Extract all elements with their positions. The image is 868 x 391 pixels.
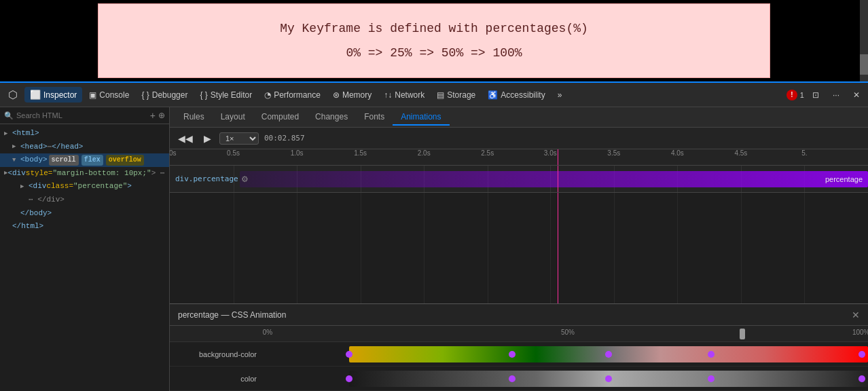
pick-element-button[interactable]: ⊕ <box>158 111 165 120</box>
sub-tabs: Rules Layout Computed Changes Fonts Anim… <box>170 107 868 128</box>
color-dot-1[interactable] <box>509 375 516 382</box>
tree-node-html-close[interactable]: </html> <box>0 220 169 234</box>
bg-color-dot-3[interactable] <box>708 351 715 358</box>
options-button[interactable]: ··· <box>827 88 845 103</box>
animation-bar[interactable]: percentage <box>240 171 868 187</box>
tree-node-html[interactable]: ▶ <html> <box>0 127 169 141</box>
play-button[interactable]: ▶ <box>201 132 214 145</box>
tree-node-div1[interactable]: ▶ <div style= "margin-bottom: 10px;" > ⋯… <box>0 167 169 181</box>
ruler-05s: 0.5s <box>227 149 240 157</box>
timeline-ruler: 0.0s 0.5s 1.0s 1.5s 2.0s 2.5s 3.0s 3.5s … <box>170 149 868 165</box>
tab-layout[interactable]: Layout <box>213 109 253 126</box>
pick-button[interactable]: ⬡ <box>3 86 23 104</box>
console-icon: ▣ <box>89 90 96 100</box>
tree-node-head[interactable]: ▶ <head> ⋯ </head> <box>0 141 169 154</box>
detail-panel: percentage — CSS Animation ✕ 0% 50% 100%… <box>170 303 868 391</box>
ruler-25s: 2.5s <box>481 149 494 157</box>
track-element-label: div.percentage ⚙ <box>175 174 249 184</box>
gear-icon[interactable]: ⚙ <box>241 174 249 184</box>
tab-style-editor[interactable]: { } Style Editor <box>194 88 257 103</box>
play-icon: ▶ <box>204 133 211 144</box>
badge-scroll[interactable]: scroll <box>49 155 79 166</box>
tree-node-body[interactable]: ▼ <body> scroll flex overflow <box>0 153 169 167</box>
bg-color-dot-1[interactable] <box>509 351 516 358</box>
tab-changes[interactable]: Changes <box>307 109 356 126</box>
color-dot-2[interactable] <box>605 375 612 382</box>
tree-toggle-html[interactable]: ▶ <box>4 129 12 138</box>
kf-ruler-100: 100% <box>852 329 868 336</box>
bg-color-dot-2[interactable] <box>605 351 612 358</box>
track-element-row: div.percentage ⚙ percentage <box>170 166 868 193</box>
timeline-cursor <box>558 166 558 192</box>
more-tools-icon: » <box>558 90 562 100</box>
tab-debugger[interactable]: { } Debugger <box>136 88 193 103</box>
storage-icon: ▤ <box>437 90 444 100</box>
tab-rules[interactable]: Rules <box>175 109 213 126</box>
tree-toggle-head[interactable]: ▶ <box>12 142 20 151</box>
network-icon: ↑↓ <box>384 90 392 100</box>
timeline-ruler-container: 0.0s 0.5s 1.0s 1.5s 2.0s 2.5s 3.0s 3.5s … <box>170 149 868 166</box>
tab-memory[interactable]: ⊛ Memory <box>327 88 377 103</box>
toolbar-right: ! 1 ⊡ ··· ✕ <box>786 88 865 103</box>
tree-node-div2[interactable]: ▶ <div class= "percentage" > <box>0 180 169 193</box>
close-detail-button[interactable]: ✕ <box>852 310 860 320</box>
search-html-input[interactable] <box>16 111 147 119</box>
tab-fonts[interactable]: Fonts <box>356 109 393 126</box>
tree-node-body-close[interactable]: </body> <box>0 207 169 221</box>
ruler-15s: 1.5s <box>354 149 367 157</box>
prop-row-color: color <box>170 367 868 391</box>
track-bar-area: div.percentage ⚙ percentage <box>170 166 868 192</box>
preview-content: My Keyframe is defined with percentages(… <box>98 3 770 78</box>
error-count: 1 <box>800 91 804 99</box>
keyframe-scrubber[interactable] <box>740 329 745 339</box>
tab-accessibility[interactable]: ♿ Accessibility <box>482 88 550 103</box>
tab-network[interactable]: ↑↓ Network <box>378 88 430 103</box>
html-tree: ▶ <html> ▶ <head> ⋯ </head> ▼ <body> scr… <box>0 124 169 391</box>
responsive-icon: ⊡ <box>812 90 819 100</box>
speed-select[interactable]: 1× 0.25× 0.5× 2× <box>219 132 259 145</box>
badge-overflow[interactable]: overflow <box>106 155 144 166</box>
close-devtools-button[interactable]: ✕ <box>848 88 865 103</box>
badge-flex[interactable]: flex <box>82 155 103 166</box>
inspector-icon: ⬜ <box>30 90 41 100</box>
animation-name-label: percentage <box>825 175 863 183</box>
timeline-area: 0.0s 0.5s 1.0s 1.5s 2.0s 2.5s 3.0s 3.5s … <box>170 149 868 391</box>
ruler-5s: 5. <box>801 149 807 157</box>
tab-storage[interactable]: ▤ Storage <box>431 88 481 103</box>
preview-scrollbar[interactable] <box>860 0 868 81</box>
performance-icon: ◔ <box>264 90 271 100</box>
detail-title: percentage — CSS Animation <box>178 310 286 320</box>
main-layout: 🔍 + ⊕ ▶ <html> ▶ <head> ⋯ </head> ▼ <box>0 107 868 391</box>
timeline-cursor-ruler <box>558 149 558 165</box>
preview-line1: My Keyframe is defined with percentages(… <box>280 16 588 41</box>
more-tools-button[interactable]: » <box>552 88 568 103</box>
tab-console[interactable]: ▣ Console <box>84 88 134 103</box>
bg-color-dot-0[interactable] <box>346 351 352 358</box>
tab-inspector[interactable]: ⬜ Inspector <box>24 87 82 103</box>
add-node-button[interactable]: + <box>150 110 156 121</box>
tree-toggle-body[interactable]: ▼ <box>12 155 20 165</box>
ruler-45s: 4.5s <box>734 149 747 157</box>
tab-animations[interactable]: Animations <box>393 109 449 126</box>
bg-color-dot-4[interactable] <box>858 351 865 358</box>
anim-controls: ◀◀ ▶ 1× 0.25× 0.5× 2× 00:02.857 <box>170 128 868 149</box>
tab-performance[interactable]: ◔ Performance <box>259 88 326 103</box>
timeline-cursor-empty <box>558 193 558 303</box>
color-dot-4[interactable] <box>858 375 865 382</box>
responsive-design-button[interactable]: ⊡ <box>807 88 825 103</box>
accessibility-icon: ♿ <box>488 90 498 100</box>
rewind-icon: ◀◀ <box>178 133 193 144</box>
ruler-0s: 0.0s <box>170 149 176 157</box>
color-dot-3[interactable] <box>708 375 715 382</box>
prop-color-bar-area <box>265 367 868 390</box>
preview-scrollbar-thumb[interactable] <box>860 54 868 75</box>
memory-icon: ⊛ <box>333 90 340 100</box>
color-dot-0[interactable] <box>346 375 352 382</box>
tree-toggle-div2[interactable]: ▶ <box>20 182 29 191</box>
tab-computed[interactable]: Computed <box>253 109 307 126</box>
tree-node-div2-close[interactable]: ⋯ </div> <box>0 193 169 207</box>
rewind-button[interactable]: ◀◀ <box>175 132 196 145</box>
debugger-icon: { } <box>141 90 149 100</box>
detail-header: percentage — CSS Animation ✕ <box>170 304 868 326</box>
preview-area: My Keyframe is defined with percentages(… <box>0 0 868 81</box>
